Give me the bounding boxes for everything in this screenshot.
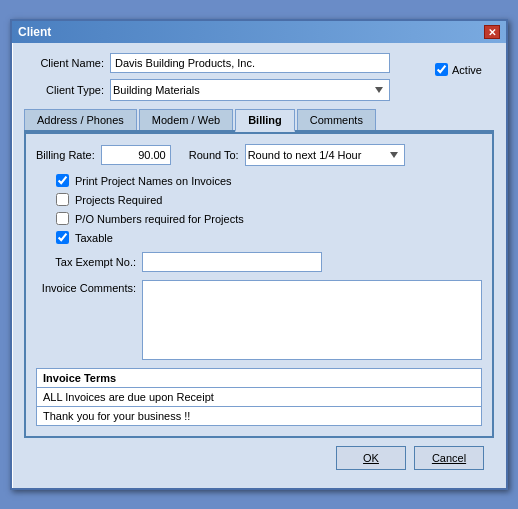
invoice-terms-title: Invoice Terms (37, 369, 481, 387)
checkbox-projects-required: Projects Required (56, 193, 482, 206)
client-window: Client ✕ Active Client Name: Client Type… (10, 19, 508, 490)
tax-exempt-row: Tax Exempt No.: (36, 252, 482, 272)
po-numbers-label[interactable]: P/O Numbers required for Projects (75, 213, 244, 225)
checkbox-taxable: Taxable (56, 231, 482, 244)
billing-rate-label: Billing Rate: (36, 149, 95, 161)
taxable-label[interactable]: Taxable (75, 232, 113, 244)
client-type-select[interactable]: Building MaterialsCommercialResidentialG… (110, 79, 390, 101)
ok-button[interactable]: OK (336, 446, 406, 470)
tabs-row: Address / Phones Modem / Web Billing Com… (24, 109, 494, 132)
client-type-label: Client Type: (24, 84, 104, 96)
top-fields: Active Client Name: Client Type: Buildin… (24, 53, 494, 101)
print-project-label[interactable]: Print Project Names on Invoices (75, 175, 232, 187)
footer: OK Cancel (24, 438, 494, 478)
checkbox-po-numbers: P/O Numbers required for Projects (56, 212, 482, 225)
billing-rate-input[interactable] (101, 145, 171, 165)
invoice-terms-box: Invoice Terms ALL Invoices are due upon … (36, 368, 482, 426)
projects-required-label[interactable]: Projects Required (75, 194, 162, 206)
active-label[interactable]: Active (452, 64, 482, 76)
taxable-checkbox[interactable] (56, 231, 69, 244)
close-button[interactable]: ✕ (484, 25, 500, 39)
projects-required-checkbox[interactable] (56, 193, 69, 206)
invoice-comments-row: Invoice Comments: (36, 280, 482, 360)
invoice-terms-line-2: Thank you for your business !! (37, 406, 481, 425)
billing-panel: Billing Rate: Round To: Round to next 1/… (24, 132, 494, 438)
po-numbers-checkbox[interactable] (56, 212, 69, 225)
cancel-button[interactable]: Cancel (414, 446, 484, 470)
round-to-select[interactable]: Round to next 1/4 HourRound next HourNo … (245, 144, 405, 166)
billing-rate-row: Billing Rate: Round To: Round to next 1/… (36, 144, 482, 166)
active-field: Active (435, 63, 482, 76)
invoice-terms-line-1: ALL Invoices are due upon Receipt (37, 387, 481, 406)
checkbox-print-project: Print Project Names on Invoices (56, 174, 482, 187)
client-name-label: Client Name: (24, 57, 104, 69)
tax-exempt-input[interactable] (142, 252, 322, 272)
tab-address-phones[interactable]: Address / Phones (24, 109, 137, 130)
window-body: Active Client Name: Client Type: Buildin… (12, 43, 506, 488)
invoice-comments-label: Invoice Comments: (36, 280, 136, 294)
client-name-input[interactable] (110, 53, 390, 73)
tab-modem-web[interactable]: Modem / Web (139, 109, 233, 130)
title-bar: Client ✕ (12, 21, 506, 43)
tab-comments[interactable]: Comments (297, 109, 376, 130)
active-checkbox[interactable] (435, 63, 448, 76)
client-name-row: Client Name: (24, 53, 494, 73)
round-to-label: Round To: (189, 149, 239, 161)
tax-exempt-label: Tax Exempt No.: (36, 256, 136, 268)
print-project-checkbox[interactable] (56, 174, 69, 187)
tab-billing[interactable]: Billing (235, 109, 295, 132)
window-title: Client (18, 25, 51, 39)
client-type-row: Client Type: Building MaterialsCommercia… (24, 79, 494, 101)
invoice-comments-textarea[interactable] (142, 280, 482, 360)
